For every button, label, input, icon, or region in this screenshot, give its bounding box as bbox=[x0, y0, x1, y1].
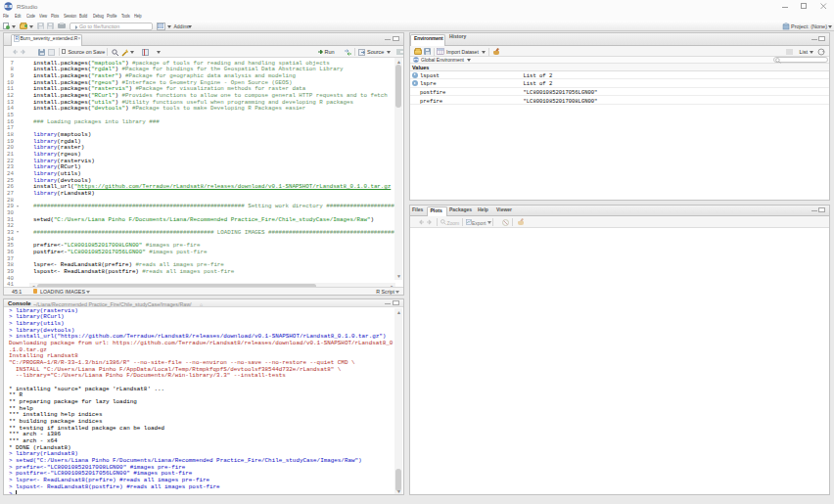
svg-text:R: R bbox=[415, 59, 417, 62]
